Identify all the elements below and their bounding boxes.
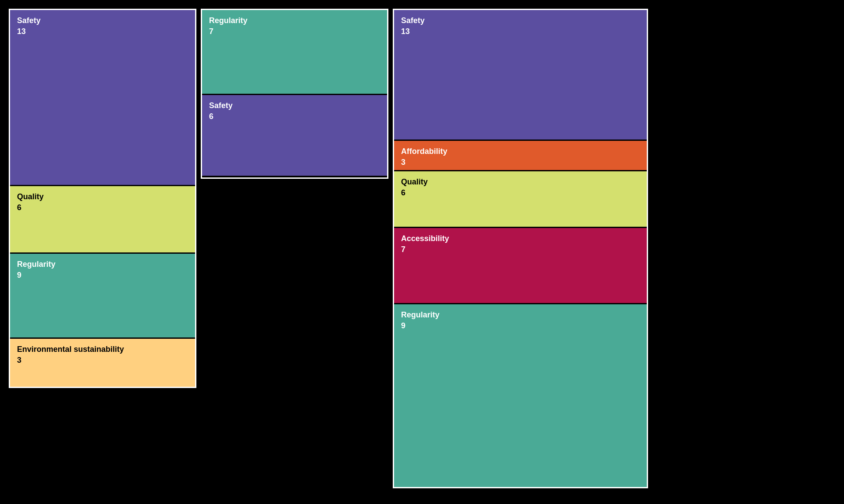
tile-env-left: Environmental sustainability 3 [10, 339, 195, 387]
tile-affordability-right-label: Affordability [401, 147, 640, 156]
tile-regularity-mid-label: Regularity [209, 16, 380, 25]
tile-env-left-value: 3 [17, 356, 188, 365]
tile-affordability-right-value: 3 [401, 158, 640, 167]
tile-safety-right-value: 13 [401, 27, 640, 36]
tile-affordability-right: Affordability 3 [394, 141, 647, 171]
tile-safety-left-value: 13 [17, 27, 188, 36]
tile-regularity-right-value: 9 [401, 321, 640, 330]
tile-quality-left-value: 6 [17, 203, 188, 212]
tile-safety-mid-label: Safety [209, 101, 380, 110]
tile-safety-right: Safety 13 [394, 10, 647, 141]
main-container: Safety 13 Quality 6 Regularity 9 Environ… [0, 0, 844, 504]
panel-middle: Regularity 7 Safety 6 [201, 9, 388, 179]
tile-regularity-right-label: Regularity [401, 310, 640, 320]
tile-quality-left: Quality 6 [10, 186, 195, 254]
tile-safety-right-label: Safety [401, 16, 640, 25]
tile-regularity-left-label: Regularity [17, 260, 188, 269]
tile-safety-left: Safety 13 [10, 10, 195, 186]
tile-accessibility-right-label: Accessibility [401, 234, 640, 243]
tile-accessibility-right: Accessibility 7 [394, 228, 647, 304]
tile-regularity-left: Regularity 9 [10, 254, 195, 339]
tile-regularity-mid-value: 7 [209, 27, 380, 36]
tile-safety-mid-value: 6 [209, 112, 380, 121]
panel-left: Safety 13 Quality 6 Regularity 9 Environ… [9, 9, 196, 388]
tile-safety-mid: Safety 6 [202, 95, 387, 176]
panel-right: Safety 13 Affordability 3 Quality 6 Acce… [393, 9, 648, 488]
tile-quality-right: Quality 6 [394, 171, 647, 228]
tile-safety-left-label: Safety [17, 16, 188, 25]
tile-accessibility-right-value: 7 [401, 245, 640, 254]
tile-quality-right-label: Quality [401, 177, 640, 187]
tile-regularity-right: Regularity 9 [394, 304, 647, 487]
tile-quality-right-value: 6 [401, 188, 640, 198]
tile-env-left-label: Environmental sustainability [17, 345, 188, 354]
tile-regularity-mid: Regularity 7 [202, 10, 387, 95]
tile-quality-left-label: Quality [17, 192, 188, 201]
tile-regularity-left-value: 9 [17, 271, 188, 280]
